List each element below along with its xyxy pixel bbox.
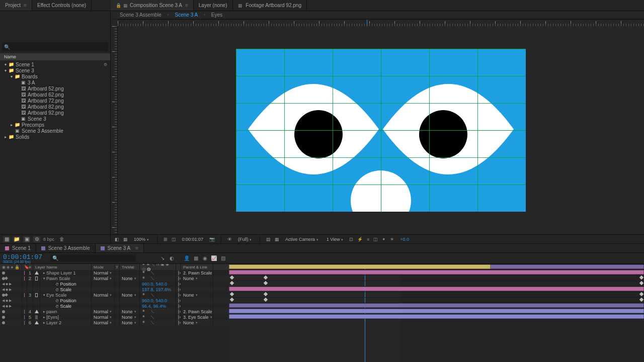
layer-bar[interactable] — [229, 309, 644, 313]
pickwhip-icon[interactable] — [178, 309, 179, 314]
roi-icon[interactable]: ◫ — [172, 237, 176, 242]
lock-icon[interactable]: 🔒 — [116, 3, 121, 8]
canvas-area[interactable] — [118, 26, 644, 234]
flowchart-icon[interactable]: ◫ — [373, 237, 378, 242]
trkmat-dropdown[interactable]: None▾ — [122, 320, 136, 325]
tree-item[interactable]: 🖼Artboard 92.png — [0, 110, 110, 116]
resolution-icon[interactable]: ⊞ — [164, 237, 168, 242]
solo-toggle[interactable] — [5, 293, 8, 297]
breadcrumb-item[interactable]: Eyes — [211, 12, 222, 18]
composition-tab[interactable]: 🔒 ▦ Composition Scene 3 A ≡ — [111, 0, 194, 11]
pickwhip-icon[interactable] — [178, 287, 179, 292]
blend-mode-dropdown[interactable]: Normal▾ — [94, 315, 112, 320]
comp-mini-flowchart-icon[interactable]: ↘ — [159, 255, 166, 261]
parent-dropdown[interactable]: None▾ — [183, 293, 198, 298]
project-header[interactable]: Name — [0, 53, 110, 60]
viewer-time[interactable]: 0:00:01:07 — [180, 237, 206, 242]
twirl-icon[interactable]: ▾ — [3, 62, 8, 67]
breadcrumb-item[interactable]: Scene 3 Assemble — [120, 12, 162, 18]
trkmat-dropdown[interactable]: None▾ — [122, 276, 136, 281]
layer-color-swatch[interactable] — [24, 315, 25, 319]
layer-bar[interactable] — [229, 287, 644, 291]
color-management-icon[interactable]: ✦ — [382, 237, 386, 242]
tree-item[interactable]: 🖼Artboard 82.png — [0, 104, 110, 110]
col-t[interactable]: T — [115, 264, 120, 270]
motion-blur-icon[interactable]: ◉ — [202, 255, 208, 261]
twirl-icon[interactable]: ▾ — [3, 68, 8, 73]
track-area[interactable] — [229, 264, 644, 362]
tree-item[interactable]: ▸📁Precomps — [0, 122, 110, 128]
shy-icon[interactable]: 👤 — [184, 255, 190, 261]
col-layer-name[interactable]: Layer Name — [33, 264, 92, 270]
tree-item[interactable]: 🖼Artboard 52.png — [0, 85, 110, 92]
parent-dropdown[interactable]: None▾ — [183, 276, 198, 281]
property-row[interactable]: ◀ ◆ ▶⏱ Position960.0, 540.0 — [0, 281, 229, 287]
tab-menu-icon[interactable]: ≡ — [135, 245, 138, 251]
property-value[interactable]: 197.8, 197.8% — [142, 287, 171, 292]
timeline-tab[interactable]: Scene 3 A≡ — [96, 244, 144, 252]
parent-dropdown[interactable]: 2. Pawn Scale▾ — [183, 309, 213, 314]
timeline-tab[interactable]: Scene 1 — [0, 244, 36, 252]
alpha-icon[interactable]: ◧ — [115, 237, 119, 242]
resolution-dropdown[interactable]: (Full) ▾ — [236, 237, 254, 242]
show-snapshot-icon[interactable]: 👁 — [227, 237, 232, 242]
tree-item[interactable]: ▸📁Solids — [0, 134, 110, 140]
new-folder-icon[interactable]: 📁 — [13, 236, 20, 242]
camera-dropdown[interactable]: Active Camera ▾ — [283, 237, 320, 242]
pickwhip-icon[interactable] — [178, 320, 179, 325]
property-value[interactable]: 960.0, 540.0 — [142, 298, 167, 303]
blend-mode-dropdown[interactable]: Normal▾ — [94, 293, 112, 298]
blend-mode-dropdown[interactable]: Normal▾ — [94, 320, 112, 325]
timeline-tab[interactable]: Scene 3 Assemble — [36, 244, 96, 252]
layer-name[interactable]: ▸pawn — [40, 309, 92, 314]
layer-color-swatch[interactable] — [24, 310, 25, 314]
layer-color-swatch[interactable] — [24, 271, 25, 275]
pickwhip-icon[interactable] — [178, 315, 179, 320]
parent-dropdown[interactable]: None▾ — [183, 320, 198, 325]
zoom-dropdown[interactable]: 100% ▾ — [132, 237, 151, 242]
layer-row[interactable]: 6▸Layer 2Normal▾None▾✷ ＼None▾ — [0, 320, 229, 325]
snapshot-icon[interactable]: 📷 — [209, 237, 215, 242]
tree-item[interactable]: ▾📁Boards — [0, 73, 110, 79]
property-value[interactable]: 96.4, 96.4% — [142, 304, 166, 309]
tab-menu-icon[interactable]: ≡ — [24, 3, 27, 8]
twirl-icon[interactable]: ▾ — [9, 74, 14, 79]
project-settings-icon[interactable]: ⚙ — [33, 236, 40, 242]
breadcrumb-item-active[interactable]: Scene 3 A — [175, 12, 198, 18]
trkmat-dropdown[interactable]: None▾ — [122, 293, 136, 298]
fast-preview-icon[interactable]: ⚡ — [357, 237, 363, 242]
comp-canvas[interactable] — [236, 49, 526, 212]
tab-menu-icon[interactable]: ≡ — [185, 3, 188, 8]
footage-tab[interactable]: ▦ Footage Artboard 92.png — [233, 0, 307, 11]
property-row[interactable]: ◀ ◆ ▶⏱ Scale96.4, 96.4% — [0, 303, 229, 309]
property-row[interactable]: ◀ ◆ ▶⏱ Position960.0, 540.0 — [0, 298, 229, 303]
col-mode[interactable]: Mode — [92, 264, 115, 270]
views-dropdown[interactable]: 1 View ▾ — [325, 237, 345, 242]
parent-dropdown[interactable]: 3. Eye Scale▾ — [183, 315, 212, 320]
trash-icon[interactable]: 🗑 — [59, 236, 64, 242]
trkmat-dropdown[interactable]: None▾ — [122, 315, 136, 320]
layer-row[interactable]: 1▸Shape Layer 1Normal▾✷ ＼2. Pawn Scale▾ — [0, 270, 229, 276]
tree-item[interactable]: ▣Scene 3 — [0, 116, 110, 122]
layer-row[interactable]: 5▸[Eyes]Normal▾None▾✷ ＼3. Eye Scale▾ — [0, 314, 229, 320]
draft3d-icon[interactable]: ◐ — [169, 255, 175, 261]
twirl-icon[interactable]: ▸ — [9, 123, 14, 127]
tree-item[interactable]: 🖼Artboard 72.png — [0, 98, 110, 104]
property-row[interactable]: ◀ ◆ ▶⏱ Scale197.8, 197.8% — [0, 287, 229, 292]
keyframe[interactable] — [639, 281, 643, 285]
twirl-icon[interactable]: ▸ — [3, 135, 8, 139]
graph-editor-icon[interactable]: 📈 — [211, 255, 217, 261]
parent-dropdown[interactable]: 2. Pawn Scale▾ — [183, 270, 213, 276]
frame-blend-icon[interactable]: ▦ — [193, 255, 199, 261]
layer-row[interactable]: 4▸pawnNormal▾None▾✷ ＼2. Pawn Scale▾ — [0, 309, 229, 314]
exposure-value[interactable]: +0.0 — [398, 237, 411, 242]
col-parent[interactable]: Parent & Link — [181, 264, 213, 270]
horizontal-ruler[interactable] — [118, 19, 644, 26]
layer-row[interactable]: 3▾Eye ScaleNormal▾None▾✷ ＼None▾ — [0, 292, 229, 298]
tree-item[interactable]: ▣3 A — [0, 79, 110, 85]
layer-color-swatch[interactable] — [24, 321, 25, 325]
interpret-footage-icon[interactable]: ▦ — [3, 236, 10, 242]
property-value[interactable]: 960.0, 540.0 — [142, 282, 167, 287]
pickwhip-icon[interactable] — [178, 298, 179, 303]
trkmat-dropdown[interactable]: None▾ — [122, 309, 136, 314]
